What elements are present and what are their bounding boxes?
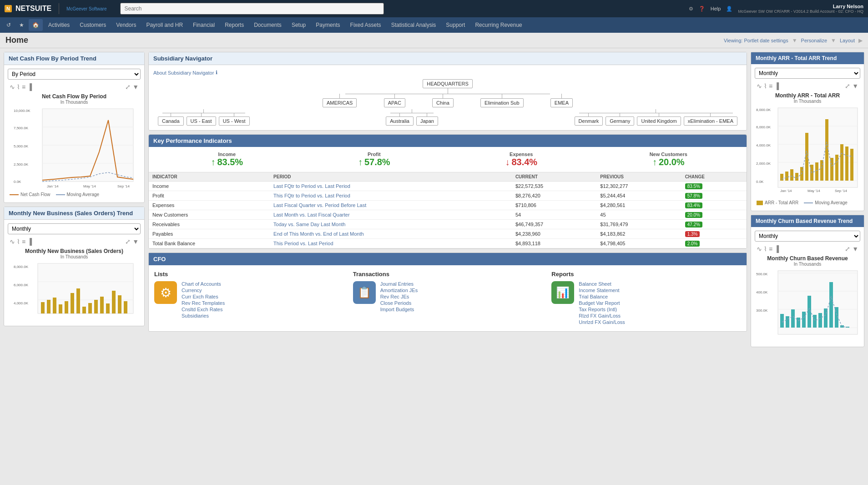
chart-tool-arr-expand[interactable]: ⤢ [845,82,850,90]
net-cash-flow-period-select[interactable]: By Period [8,69,141,80]
elimination-sub-node[interactable]: Elimination Sub [480,98,523,107]
chart-tool-churn-expand[interactable]: ⤢ [845,245,850,253]
chart-tool-bar2[interactable]: ▐ [27,238,32,245]
emea-node[interactable]: EMEA [550,98,573,107]
about-subsidiary-link[interactable]: About Subsidiary Navigator ℹ [153,70,742,76]
chart-tool-arr-menu[interactable]: ▼ [852,82,858,90]
cfo-link-unrlzd-fx[interactable]: Unrlzd FX Gain/Loss [579,319,625,325]
x-elimination-node[interactable]: xElimination - EMEA [684,116,737,126]
nav-documents[interactable]: Documents [249,19,286,31]
chart-tool-churn-menu[interactable]: ▼ [852,245,858,253]
chart-tool-churn-3[interactable]: ≡ [769,245,772,253]
apac-node[interactable]: APAC [384,98,405,107]
search-input[interactable] [120,3,384,15]
cfo-link-rev-rec[interactable]: Rev Rec Templates [182,300,225,306]
chart-tool-filter[interactable]: ≡ [22,83,25,91]
chart-tool-menu2[interactable]: ▼ [132,238,139,245]
chart-tool-line2[interactable]: ∿ [10,238,15,245]
cfo-link-import-budgets[interactable]: Import Budgets [380,307,418,312]
nav-statistical[interactable]: Statistical Analysis [387,19,441,31]
kpi-row-pay-period[interactable]: End of This Month vs. End of Last Month [270,229,512,239]
monthly-churn-period-select[interactable]: Monthly [755,231,860,242]
nav-payments[interactable]: Payments [311,19,344,31]
kpi-row-profit-period[interactable]: This FQtr to Period vs. Last Period [270,191,512,201]
cfo-link-rlzd-fx[interactable]: Rlzd FX Gain/Loss [579,313,625,318]
nav-financial[interactable]: Financial [188,19,219,31]
japan-node[interactable]: Japan [416,116,438,126]
nav-activities[interactable]: Activities [44,19,74,31]
cfo-link-chart-of-accounts[interactable]: Chart of Accounts [182,281,225,287]
logo-text: NETSUITE [15,5,51,13]
us-east-node[interactable]: US - East [187,116,216,126]
home-icon[interactable]: 🏠 [29,19,43,31]
canada-node[interactable]: Canada [158,116,184,126]
us-west-node[interactable]: US - West [219,116,250,126]
cfo-link-trial-balance[interactable]: Trial Balance [579,294,625,299]
svg-rect-61 [845,147,848,181]
chart-tool-line[interactable]: ∿ [10,83,15,91]
hq-node[interactable]: HEADQUARTERS [423,79,472,88]
nav-setup[interactable]: Setup [287,19,310,31]
kpi-row-bb-period[interactable]: This Period vs. Last Period [270,239,512,248]
chart-tool-arr-1[interactable]: ∿ [757,82,762,90]
chart-tool-menu[interactable]: ▼ [132,83,139,91]
kpi-row-nc-period[interactable]: Last Month vs. Last Fiscal Quarter [270,210,512,220]
cfo-link-income-statement[interactable]: Income Statement [579,288,625,293]
chart-tool-expand2[interactable]: ⤢ [125,238,131,245]
chart-tool-churn-2[interactable]: ⌇ [764,245,767,253]
chart-tool-arr-4[interactable]: ▐ [774,82,779,90]
cfo-link-rev-rec-jes[interactable]: Rev Rec JEs [380,294,418,299]
help-label: Help [711,6,721,11]
nav-reports[interactable]: Reports [220,19,248,31]
chart-tool-bar[interactable]: ▐ [27,83,32,91]
layout-button[interactable]: Layout [840,38,855,43]
monthly-churn-chart-title: Monthly Churn Based Revenue [755,255,860,262]
notifications-icon[interactable]: ⚙ [689,6,693,12]
cfo-link-cnsltd-exch[interactable]: Cnsltd Exch Rates [182,307,225,312]
chart-tool-arr-2[interactable]: ⌇ [764,82,767,90]
nav-vendors[interactable]: Vendors [111,19,141,31]
cfo-link-amortization-jes[interactable]: Amortization JEs [380,288,418,293]
svg-rect-35 [118,295,121,313]
nav-recurring[interactable]: Recurring Revenue [470,19,526,31]
nav-support[interactable]: Support [441,19,469,31]
americas-node[interactable]: AMERICAS [323,98,357,107]
chart-tool-arr-3[interactable]: ≡ [769,82,772,90]
nav-payroll[interactable]: Payroll and HR [141,19,187,31]
nav-fixed-assets[interactable]: Fixed Assets [346,19,386,31]
viewing-portlet-settings[interactable]: Viewing: Portlet date settings [724,38,788,43]
cfo-link-tax-reports[interactable]: Tax Reports (Intl) [579,307,625,312]
monthly-new-business-period-select[interactable]: Monthly [8,223,141,234]
favorites-icon[interactable]: ★ [15,19,28,31]
germany-node[interactable]: Germany [606,116,634,126]
chart-tool-filter2[interactable]: ≡ [22,238,25,245]
uk-node[interactable]: United Kingdom [637,116,681,126]
kpi-row-expenses-period[interactable]: Last Fiscal Quarter vs. Period Before La… [270,201,512,210]
svg-rect-66 [778,271,858,334]
personalize-button[interactable]: Personalize [801,38,827,43]
chart-tool-churn-4[interactable]: ▐ [774,245,779,253]
denmark-node[interactable]: Denmark [575,116,603,126]
cfo-link-subsidiaries[interactable]: Subsidiaries [182,313,225,318]
chart-tool-expand[interactable]: ⤢ [125,83,131,91]
monthly-arr-period-select[interactable]: Monthly [755,68,860,79]
kpi-row-rec-period[interactable]: Today vs. Same Day Last Month [270,220,512,229]
help-icon[interactable]: ❓ [699,6,705,12]
nav-customers[interactable]: Customers [75,19,111,31]
kpi-row-income-period[interactable]: Last FQtr to Period vs. Last Period [270,182,512,191]
chart-tool-area[interactable]: ⌇ [17,83,20,91]
australia-node[interactable]: Australia [386,116,414,126]
cfo-link-balance-sheet[interactable]: Balance Sheet [579,281,625,287]
cfo-link-journal-entries[interactable]: Journal Entries [380,281,418,287]
cfo-link-curr-exch[interactable]: Curr Exch Rates [182,294,225,299]
svg-rect-34 [112,291,116,313]
china-node[interactable]: China [432,98,454,107]
cfo-link-currency[interactable]: Currency [182,288,225,293]
cfo-link-budget-var[interactable]: Budget Var Report [579,300,625,306]
history-icon[interactable]: ↺ [3,19,15,31]
chart-tool-area2[interactable]: ⌇ [17,238,20,245]
chart-tool-churn-1[interactable]: ∿ [757,245,762,253]
cfo-link-close-periods[interactable]: Close Periods [380,300,418,306]
svg-text:8,000.0K: 8,000.0K [756,108,771,112]
user-icon[interactable]: 👤 [726,6,732,12]
